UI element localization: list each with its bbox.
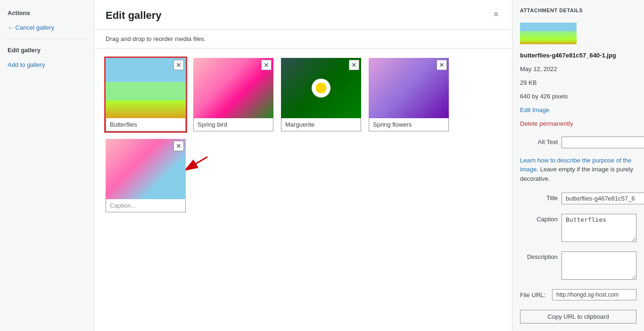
- marguerite-caption-input[interactable]: [281, 118, 361, 131]
- alt-text-label: Alt Text: [520, 137, 558, 145]
- copy-url-button[interactable]: Copy URL to clipboard: [520, 310, 636, 323]
- modal-overlay: Actions ← Cancel gallery Edit gallery Ad…: [0, 0, 644, 331]
- spring-flowers-caption-input[interactable]: [369, 118, 449, 131]
- remove-butterflies-button[interactable]: ✕: [173, 60, 184, 70]
- attachment-thumbnail: [520, 23, 577, 44]
- gallery-item-butterflies[interactable]: ✕: [106, 58, 186, 131]
- description-label: Description: [520, 251, 558, 260]
- remove-5-button[interactable]: ✕: [173, 141, 184, 151]
- title-row: Title: [520, 193, 636, 204]
- add-to-gallery-link[interactable]: Add to gallery: [8, 61, 86, 68]
- right-panel: ATTACHMENT DETAILS butterflies-g467e81c5…: [512, 0, 644, 331]
- gallery-item-marguerite[interactable]: ✕: [281, 58, 361, 131]
- caption-label: Caption: [520, 214, 558, 223]
- description-textarea[interactable]: [561, 251, 636, 280]
- gallery-image-butterflies: ✕: [106, 58, 186, 118]
- edit-gallery-section-title: Edit gallery: [8, 47, 86, 54]
- delete-permanently-link[interactable]: Delete permanently: [520, 120, 636, 127]
- alt-text-help: Learn how to describe the purpose of the…: [520, 156, 636, 184]
- file-url-row: File URL:: [520, 289, 636, 300]
- sidebar: Actions ← Cancel gallery Edit gallery Ad…: [0, 0, 94, 331]
- gallery-image-marguerite: ✕: [281, 58, 361, 118]
- gallery-area: ✕ ✕: [94, 48, 512, 331]
- main-header: Edit gallery ×: [94, 0, 512, 30]
- alt-text-input[interactable]: [561, 137, 644, 148]
- page-title: Edit gallery: [106, 9, 162, 22]
- attachment-dimensions: 640 by 426 pixels: [520, 93, 636, 100]
- gallery-item-5[interactable]: ✕: [106, 139, 186, 212]
- sidebar-divider: [8, 39, 86, 39]
- cancel-gallery-link[interactable]: ← Cancel gallery: [8, 24, 86, 31]
- drag-hint: Drag and drop to reorder media files.: [94, 30, 512, 48]
- edit-image-link[interactable]: Edit Image: [520, 106, 636, 113]
- butterflies-caption-input[interactable]: [106, 118, 186, 131]
- alt-text-row: Alt Text: [520, 137, 636, 148]
- file-url-input[interactable]: [552, 289, 636, 300]
- attachment-details-title: ATTACHMENT DETAILS: [520, 8, 636, 13]
- description-row: Description: [520, 251, 636, 280]
- gallery-image-spring-bird: ✕: [193, 58, 273, 118]
- svg-line-1: [184, 157, 207, 171]
- attachment-size: 29 KB: [520, 79, 636, 86]
- actions-title: Actions: [8, 9, 86, 16]
- file-url-label: File URL:: [520, 291, 548, 299]
- title-input[interactable]: [561, 193, 644, 204]
- spring-bird-caption-input[interactable]: [193, 118, 273, 131]
- title-label: Title: [520, 193, 558, 202]
- close-button[interactable]: ×: [491, 9, 501, 19]
- gallery-image-spring-flowers: ✕: [369, 58, 449, 118]
- caption-textarea[interactable]: Butterflies: [561, 214, 636, 242]
- remove-spring-bird-button[interactable]: ✕: [261, 60, 272, 70]
- remove-spring-flowers-button[interactable]: ✕: [437, 60, 447, 70]
- gallery-item-spring-flowers[interactable]: ✕: [369, 58, 449, 131]
- gallery-image-5: ✕: [106, 139, 186, 199]
- attachment-date: May 12, 2022: [520, 65, 636, 73]
- caption-row: Caption Butterflies: [520, 214, 636, 242]
- caption-5-input[interactable]: [106, 199, 186, 212]
- gallery-item-spring-bird[interactable]: ✕: [193, 58, 273, 131]
- main-content: Edit gallery × Drag and drop to reorder …: [94, 0, 512, 331]
- remove-marguerite-button[interactable]: ✕: [349, 60, 359, 70]
- attachment-filename: butterflies-g467e81c57_640-1.jpg: [520, 52, 636, 59]
